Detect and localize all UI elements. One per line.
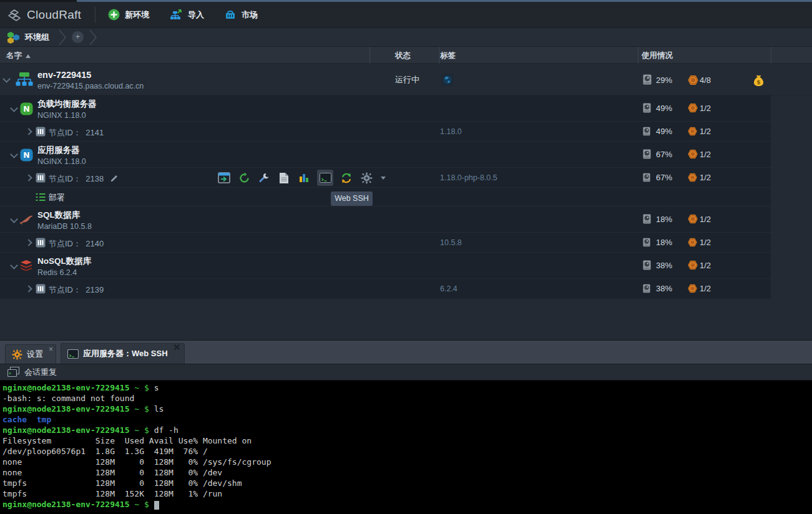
environment-row[interactable]: env-7229415 env-7229415.paas.cloud.ac.cn… [0,64,812,95]
tab-settings[interactable]: 设置 × [5,344,56,364]
column-name[interactable]: 名字 [6,51,31,61]
disk-usage-value: 38% [656,261,672,270]
environment-name: env-7229415 [37,70,144,80]
disk-icon [643,238,650,247]
terminal-line: none 128M 0 128M 0% /sys/fs/cgroup [2,457,812,467]
close-tab-icon[interactable]: ✕ [173,344,181,351]
cloudlet-usage-value: 1/2 [700,261,711,270]
expand-chevron-icon[interactable] [25,128,32,135]
terminal-line: nginx@node2138-env-7229415 ~ $ ls [2,404,812,414]
disk-icon [643,214,651,224]
disk-usage-value: 18% [656,238,672,247]
redis-icon [19,259,33,272]
collapse-chevron-icon[interactable] [10,104,18,112]
cloudlet-hexagon-icon [688,75,698,85]
collapse-chevron-icon[interactable] [10,150,18,158]
import-button[interactable]: 导入 [169,9,204,21]
billing-money-bag-icon[interactable]: $ [753,74,765,87]
disk-usage-value: 49% [656,104,672,113]
cloudlet-usage-value: 1/2 [700,284,711,293]
redeploy-icon[interactable] [340,171,353,185]
node-row-2141[interactable]: 节点ID： 2141 1.18.0 49% 1/2 [0,122,771,142]
node-id: 2138 [86,174,104,183]
settings-gear-icon[interactable] [360,171,373,185]
topbar: CloudRaft 新环境 [0,2,812,28]
cloudlet-usage-value: 1/2 [700,238,711,247]
environment-group-icon [6,31,20,44]
service-row-sql-database[interactable]: SQL数据库 MariaDB 10.5.8 18% 1/2 [0,206,771,233]
duplicate-session-icon[interactable] [7,367,19,377]
new-environment-icon [108,9,120,21]
terminal-line: cache tmp [2,414,812,425]
marketplace-button[interactable]: 市场 [224,9,258,21]
marketplace-icon [224,9,237,21]
sort-asc-icon [26,54,31,58]
cloudlet-hexagon-icon [688,173,697,182]
cloudlet-usage-value: 1/2 [700,127,711,136]
deploy-label: 部署 [49,192,65,203]
terminal-output[interactable]: nginx@node2138-env-7229415 ~ $ s-bash: s… [0,381,812,514]
node-id: 2139 [86,285,104,294]
tag-value: 1.18.0 [440,127,462,136]
cloudlet-usage-value: 1/2 [700,173,711,182]
column-usage[interactable]: 使用情况 [642,51,673,61]
brand[interactable]: CloudRaft [0,7,95,23]
table-header: 名字 状态 标签 使用情况 [0,47,812,64]
add-environment-group-button[interactable]: + [72,31,84,43]
service-row-load-balancer[interactable]: N 负载均衡服务器 NGINX 1.18.0 49% 1/2 [0,95,771,122]
collapse-chevron-icon[interactable] [2,75,11,83]
edit-pencil-icon[interactable] [110,174,119,183]
status-value: 运行中 [395,74,419,85]
disk-icon [643,149,651,159]
environment-children: N 负载均衡服务器 NGINX 1.18.0 49% 1/2 节点ID： 214… [0,95,771,299]
node-row-2139[interactable]: 节点ID： 2139 6.2.4 38% 1/2 [0,279,771,299]
svg-text:$: $ [756,79,760,85]
collapse-chevron-icon[interactable] [10,215,18,223]
disk-icon [643,127,650,136]
close-tab-icon[interactable]: × [49,346,53,353]
terminal-cursor [154,501,159,510]
environment-topology-icon [15,71,34,88]
restart-node-icon[interactable] [237,171,251,185]
expand-chevron-icon[interactable] [25,285,32,292]
column-tags[interactable]: 标签 [440,51,456,61]
expand-chevron-icon[interactable] [25,239,32,246]
terminal-line: tmpfs 128M 0 128M 0% /dev/shm [2,478,812,488]
table-empty-area [0,299,812,340]
cloudlet-usage-value: 4/8 [700,75,711,85]
duplicate-session-label[interactable]: 会话重复 [24,367,57,378]
breadcrumb: 环境组 + [0,28,812,47]
terminal-line: nginx@node2138-env-7229415 ~ $ [2,499,812,510]
settings-caret-icon[interactable] [381,177,386,180]
terminal-icon [67,349,79,359]
nginx-green-icon: N [20,102,33,115]
statistics-icon[interactable] [297,171,311,185]
expand-chevron-icon[interactable] [25,174,32,181]
topbar-divider [95,7,95,23]
deploy-row[interactable]: 部署 [0,188,771,206]
tab-webssh[interactable]: 应用服务器：Web SSH ✕ [61,343,185,364]
disk-icon [643,74,652,85]
terminal-line: nginx@node2138-env-7229415 ~ $ s [2,382,812,393]
log-file-icon[interactable] [277,171,291,185]
cloudlet-usage-value: 1/2 [700,215,711,224]
cloudlet-usage-value: 1/2 [700,104,711,113]
new-environment-button[interactable]: 新环境 [108,9,149,21]
cloudlet-hexagon-icon [688,238,697,247]
collapse-chevron-icon[interactable] [10,261,18,269]
service-row-nosql-database[interactable]: NoSQL数据库 Redis 6.2.4 38% 1/2 [0,253,771,279]
tag-value: 1.18.0-php-8.0.5 [440,173,497,182]
node-row-2140[interactable]: 节点ID： 2140 10.5.8 18% 1/2 [0,233,771,253]
config-wrench-icon[interactable] [257,171,271,185]
environment-group-label[interactable]: 环境组 [25,32,49,43]
column-status[interactable]: 状态 [395,51,411,61]
region-globe-icon[interactable] [441,74,454,86]
bottom-tabstrip: 设置 × 应用服务器：Web SSH ✕ [0,340,812,364]
terminal-line: nginx@node2138-env-7229415 ~ $ df -h [2,425,812,435]
environment-domain[interactable]: env-7229415.paas.cloud.ac.cn [37,82,144,90]
service-row-app-server[interactable]: N 应用服务器 NGINX 1.18.0 67% 1/2 [0,142,771,168]
open-in-browser-icon[interactable] [217,171,231,185]
disk-icon [643,173,650,182]
node-row-2138[interactable]: 节点ID： 2138 [0,168,771,188]
web-ssh-icon[interactable] [317,170,333,186]
